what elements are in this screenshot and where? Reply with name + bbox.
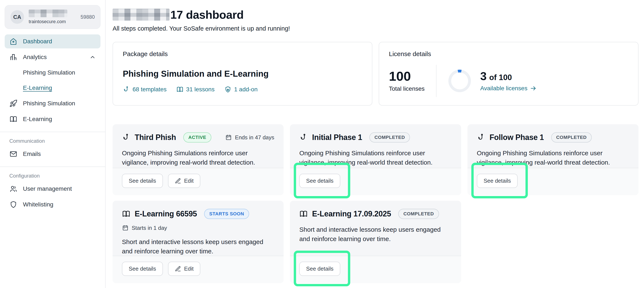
campaign-card-third-phish: Third Phish ACTIVE Ends in 47 days Ongoi…: [112, 124, 284, 195]
divider: [0, 166, 105, 167]
hook-icon: [299, 133, 308, 142]
sidebar-item-label: Whitelisting: [23, 201, 53, 208]
see-details-button[interactable]: See details: [299, 174, 340, 188]
available-licenses-link[interactable]: Available licenses: [480, 85, 537, 92]
sidebar-item-analytics[interactable]: Analytics: [5, 50, 100, 64]
divider: [436, 65, 436, 97]
see-details-button[interactable]: See details: [477, 174, 518, 188]
campaign-description: Short and interactive lessons keep users…: [299, 225, 452, 244]
envelope-icon: [9, 150, 18, 158]
status-badge: ACTIVE: [183, 132, 211, 142]
sidebar-item-label: Dashboard: [23, 38, 52, 45]
total-licenses-value: 100: [389, 70, 424, 83]
lessons-link[interactable]: 31 lessons: [176, 86, 214, 93]
see-details-label: See details: [129, 178, 156, 184]
users-icon: [9, 185, 18, 193]
campaign-card-initial-phase-1: Initial Phase 1 COMPLETED Ongoing Phishi…: [290, 124, 461, 195]
package-details-heading: Package details: [123, 50, 362, 58]
book-icon: [122, 210, 130, 218]
shield-icon: [9, 200, 18, 208]
edit-button[interactable]: Edit: [168, 262, 200, 276]
rocket-icon: [9, 100, 18, 108]
calendar-icon: [225, 134, 232, 141]
account-card[interactable]: CA traintosecure.com 59880: [5, 5, 100, 29]
edit-button[interactable]: Edit: [168, 174, 200, 188]
sidebar-item-label: User management: [23, 186, 72, 192]
campaign-description: Ongoing Phishing Simulations reinforce u…: [299, 148, 452, 167]
sidebar-item-elearning[interactable]: E-Learning: [5, 112, 100, 126]
edit-pencil-icon: [175, 178, 181, 184]
redacted-account-name: [29, 10, 67, 17]
sidebar-item-emails[interactable]: Emails: [5, 147, 100, 161]
book-icon: [299, 210, 308, 218]
sidebar-item-user-management[interactable]: User management: [5, 182, 100, 196]
divider: [0, 132, 105, 132]
campaign-meta: Ends in 47 days: [235, 134, 274, 141]
sidebar: CA traintosecure.com 59880 Dashboard Ana…: [0, 0, 106, 288]
book-icon: [176, 86, 184, 93]
account-domain: traintosecure.com: [29, 19, 76, 24]
sidebar-item-label: Emails: [23, 150, 41, 158]
total-licenses-label: Total licenses: [389, 86, 424, 92]
campaign-title: E-Learning 17.09.2025: [312, 210, 391, 218]
available-licenses-total: of 100: [489, 73, 512, 82]
see-details-label: See details: [484, 178, 511, 184]
sidebar-item-label: Phishing Simulation: [23, 100, 75, 107]
see-details-label: See details: [306, 266, 334, 272]
sidebar-item-label: Analytics: [23, 54, 47, 60]
addon-link-label: 1 add-on: [234, 86, 258, 93]
campaign-title: Follow Phase 1: [490, 133, 544, 142]
account-number: 59880: [80, 14, 95, 20]
campaign-card-elearning-17-09-2025: E-Learning 17.09.2025 COMPLETED Short an…: [290, 201, 461, 283]
page-title: 17 dashboard: [170, 8, 244, 21]
status-badge: COMPLETED: [551, 132, 592, 142]
license-details-heading: License details: [389, 50, 628, 58]
campaign-card-elearning-66595: E-Learning 66595 STARTS SOON Starts in 1…: [112, 201, 284, 283]
sidebar-item-whitelisting[interactable]: Whitelisting: [5, 198, 100, 212]
edit-label: Edit: [184, 266, 194, 272]
see-details-label: See details: [306, 178, 334, 184]
section-label-configuration: Configuration: [5, 171, 100, 182]
hook-icon: [122, 133, 130, 142]
hook-icon: [477, 133, 485, 142]
see-details-button[interactable]: See details: [122, 174, 163, 188]
campaign-description: Ongoing Phishing Simulations reinforce u…: [477, 148, 629, 167]
available-licenses-link-label: Available licenses: [480, 85, 528, 92]
page-subtitle: All steps completed. Your SoSafe environ…: [112, 25, 638, 32]
see-details-label: See details: [129, 266, 156, 272]
package-details-card: Package details Phishing Simulation and …: [112, 42, 372, 106]
addon-link[interactable]: 1 add-on: [224, 86, 258, 93]
templates-link[interactable]: 68 templates: [123, 86, 166, 93]
avatar-initials: CA: [13, 14, 21, 20]
license-progress-ring: [448, 70, 471, 92]
sidebar-nav: Dashboard Analytics Phishing Simulation …: [5, 34, 100, 213]
lessons-link-label: 31 lessons: [186, 86, 214, 93]
arrow-right-icon: [530, 85, 537, 92]
section-label-communication: Communication: [5, 136, 100, 147]
chevron-up-icon[interactable]: [90, 54, 96, 60]
calendar-icon: [122, 224, 129, 231]
status-badge: COMPLETED: [369, 132, 410, 142]
campaign-description: Short and interactive lessons keep users…: [122, 237, 274, 256]
main-content: 17 dashboard All steps completed. Your S…: [106, 0, 644, 288]
campaign-title: Third Phish: [135, 133, 176, 142]
shield-star-icon: [224, 86, 232, 93]
status-badge: COMPLETED: [398, 209, 439, 219]
campaign-description: Ongoing Phishing Simulations reinforce u…: [122, 148, 274, 167]
sidebar-subitem-elearning[interactable]: E-Learning: [5, 81, 100, 95]
bar-chart-icon: [9, 53, 18, 61]
see-details-button[interactable]: See details: [122, 262, 163, 276]
see-details-button[interactable]: See details: [299, 262, 340, 276]
campaign-card-follow-phase-1: Follow Phase 1 COMPLETED Ongoing Phishin…: [468, 124, 638, 195]
campaign-title: Initial Phase 1: [312, 133, 362, 142]
sidebar-subitem-phishing-simulation[interactable]: Phishing Simulation: [5, 66, 100, 80]
available-licenses-count: 3: [480, 70, 486, 82]
templates-link-label: 68 templates: [132, 86, 166, 93]
campaign-title: E-Learning 66595: [135, 210, 197, 218]
sidebar-item-phishing-simulation[interactable]: Phishing Simulation: [5, 96, 100, 110]
edit-pencil-icon: [175, 266, 181, 272]
sidebar-item-dashboard[interactable]: Dashboard: [5, 34, 100, 48]
home-icon: [9, 38, 18, 46]
campaign-meta: Starts in 1 day: [132, 225, 167, 231]
sidebar-item-label: E-Learning: [23, 116, 52, 122]
